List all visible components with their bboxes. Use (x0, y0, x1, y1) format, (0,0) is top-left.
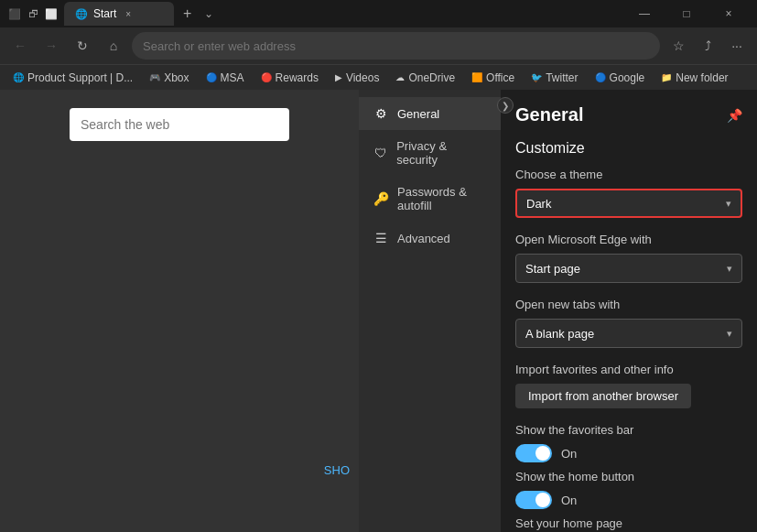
sidebar-item-passwords---autofill[interactable]: 🔑Passwords & autofill (359, 176, 501, 222)
favorites-bar: 🌐Product Support | D...🎮Xbox🔵MSA🔴Rewards… (0, 64, 757, 90)
tab-favicon: 🌐 (75, 8, 88, 20)
new-tab-dropdown[interactable]: A blank page ▾ (515, 319, 742, 348)
favorites-item-4[interactable]: ▶Videos (330, 70, 384, 86)
favorites-item-6[interactable]: 🟧Office (466, 70, 520, 86)
sidebar-item-advanced[interactable]: ☰Advanced (359, 222, 501, 255)
new-tab-value: A blank page (525, 327, 594, 341)
tab-dropdown-button[interactable]: ⌄ (200, 7, 217, 20)
app-icon: ⬛ (7, 6, 22, 21)
tab-close-button[interactable]: × (125, 9, 131, 19)
favorites-item-0[interactable]: 🌐Product Support | D... (7, 70, 138, 86)
theme-dropdown[interactable]: Dark ▾ (515, 189, 742, 218)
new-window-icon[interactable]: ⬜ (44, 6, 59, 21)
home-button[interactable]: ⌂ (101, 33, 126, 59)
sidebar-label-1: Privacy & security (396, 139, 486, 167)
fav-icon-6: 🟧 (471, 72, 482, 82)
panel-title: General (515, 104, 583, 125)
more-options-icon[interactable]: ··· (724, 33, 750, 59)
favorites-item-5[interactable]: ☁OneDrive (390, 70, 460, 86)
sidebar-toggle-button[interactable]: ❯ (497, 97, 514, 114)
minimize-button[interactable]: — (623, 0, 665, 27)
back-button[interactable]: ← (7, 33, 33, 59)
customize-section-title: Customize (515, 140, 742, 157)
theme-label: Choose a theme (515, 168, 742, 181)
sidebar-icon-2: 🔑 (373, 191, 388, 206)
search-box-container (70, 108, 289, 141)
favorites-bar-toggle[interactable] (515, 444, 552, 462)
sidebar-label-0: General (397, 107, 439, 121)
edge-open-dropdown[interactable]: Start page ▾ (515, 254, 742, 283)
fav-label-8: Google (610, 71, 645, 84)
home-button-label: Show the home button (515, 470, 742, 483)
fav-label-9: New folder (676, 71, 728, 84)
import-button[interactable]: Import from another browser (515, 384, 691, 408)
sidebar-label-2: Passwords & autofill (397, 185, 486, 212)
maximize-button[interactable]: □ (665, 0, 708, 27)
fav-icon-3: 🔴 (261, 72, 272, 82)
sidebar-item-privacy---security[interactable]: 🛡Privacy & security (359, 130, 501, 176)
favorites-bar-label: Show the favorites bar (515, 423, 742, 437)
settings-panel: General 📌 Customize Choose a theme Dark … (501, 90, 757, 532)
fav-icon-0: 🌐 (13, 72, 24, 82)
sidebar-icon-1: 🛡 (373, 146, 387, 160)
fav-icon-2: 🔵 (206, 72, 217, 82)
favorites-item-3[interactable]: 🔴Rewards (255, 70, 324, 86)
favorites-item-1[interactable]: 🎮Xbox (144, 70, 194, 86)
fav-label-0: Product Support | D... (27, 71, 133, 84)
theme-value: Dark (526, 197, 551, 211)
new-tab-label: Open new tabs with (515, 298, 742, 311)
page-area: SHO (0, 90, 359, 532)
fav-label-3: Rewards (276, 71, 319, 84)
refresh-button[interactable]: ↻ (70, 33, 95, 59)
import-section-label: Import favorites and other info (515, 363, 742, 376)
home-page-label: Set your home page (515, 516, 742, 530)
home-button-toggle-label: On (561, 494, 577, 507)
fav-label-1: Xbox (164, 71, 189, 84)
sidebar-icon-3: ☰ (373, 231, 388, 245)
add-tab-button[interactable]: + (178, 5, 197, 22)
home-button-toggle-row: On (515, 491, 742, 509)
address-bar-icons: ☆ ⤴ ··· (665, 33, 750, 59)
favorites-item-2[interactable]: 🔵MSA (200, 70, 250, 86)
forward-button[interactable]: → (38, 33, 64, 59)
fav-icon-7: 🐦 (531, 72, 542, 82)
edge-open-value: Start page (525, 262, 580, 276)
edge-open-label: Open Microsoft Edge with (515, 233, 742, 246)
new-tab-chevron-icon: ▾ (727, 328, 732, 340)
fav-icon-9: 📁 (661, 72, 672, 82)
sidebar-menu: ❯ ⚙General🛡Privacy & security🔑Passwords … (359, 90, 501, 532)
tab-area: 🌐 Start × + ⌄ (64, 2, 618, 26)
main-content: SHO ❯ ⚙General🛡Privacy & security🔑Passwo… (0, 90, 757, 532)
fav-label-6: Office (486, 71, 514, 84)
fav-icon-5: ☁ (395, 72, 405, 82)
title-bar: ⬛ 🗗 ⬜ 🌐 Start × + ⌄ — □ × (0, 0, 757, 27)
favorites-item-7[interactable]: 🐦Twitter (525, 70, 583, 86)
sidebar-label-3: Advanced (397, 232, 450, 245)
title-bar-icons: ⬛ 🗗 ⬜ (7, 6, 59, 21)
sidebar-item-general[interactable]: ⚙General (359, 97, 501, 130)
address-bar: ← → ↻ ⌂ ☆ ⤴ ··· (0, 27, 757, 64)
page-search-input[interactable] (70, 108, 289, 141)
theme-chevron-icon: ▾ (726, 198, 731, 210)
restore-icon[interactable]: 🗗 (26, 6, 40, 21)
sidebar-icon-0: ⚙ (373, 106, 388, 121)
fav-label-4: Videos (346, 71, 379, 84)
favorites-item-8[interactable]: 🔵Google (589, 70, 651, 86)
show-more-button[interactable]: SHO (324, 463, 350, 477)
edge-open-chevron-icon: ▾ (727, 263, 732, 275)
favorites-icon[interactable]: ☆ (665, 33, 691, 59)
fav-label-2: MSA (221, 71, 244, 84)
favorites-item-9[interactable]: 📁New folder (655, 70, 733, 86)
active-tab[interactable]: 🌐 Start × (64, 2, 174, 26)
fav-icon-1: 🎮 (149, 72, 160, 82)
fav-icon-4: ▶ (335, 72, 342, 82)
address-input[interactable] (132, 32, 660, 60)
panel-pin-button[interactable]: 📌 (727, 108, 742, 123)
share-icon[interactable]: ⤴ (695, 33, 720, 59)
favorites-bar-toggle-row: On (515, 444, 742, 462)
home-button-toggle[interactable] (515, 491, 552, 509)
window-controls: — □ × (623, 0, 750, 27)
tab-label: Start (93, 7, 116, 20)
panel-header: General 📌 (515, 104, 742, 125)
close-button[interactable]: × (708, 0, 750, 27)
